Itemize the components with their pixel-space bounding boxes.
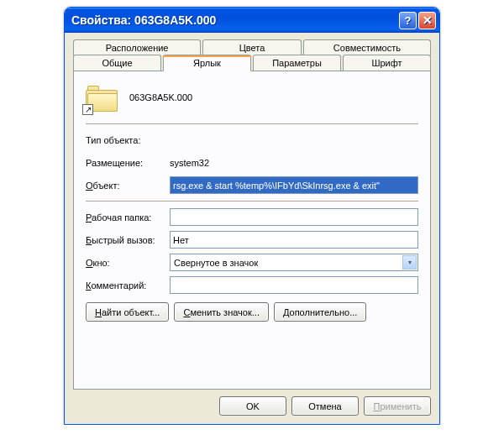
tab-location[interactable]: Расположение	[73, 39, 201, 55]
change-icon-button[interactable]: Сменить значок...	[174, 302, 269, 322]
dialog-buttons: OK Отмена Применить	[73, 396, 431, 416]
tab-panel-shortcut: ↗ 063G8A5K.000 Тип объекта: Размещение: …	[73, 71, 431, 390]
hotkey-label: Быстрый вызов:	[86, 235, 170, 245]
target-label: Объект:	[86, 181, 170, 191]
client-area: Расположение Цвета Совместимость Общие Я…	[65, 33, 439, 424]
location-value: system32	[170, 158, 209, 168]
shortcut-overlay-icon: ↗	[82, 104, 93, 115]
divider	[86, 201, 418, 202]
runmode-value: Свернутое в значок	[171, 258, 261, 268]
runmode-select[interactable]: Свернутое в значок ▾	[170, 254, 418, 271]
workdir-input[interactable]	[170, 208, 418, 226]
comment-label: Комментарий:	[86, 280, 170, 291]
tab-compat[interactable]: Совместимость	[303, 39, 431, 55]
tab-colors[interactable]: Цвета	[202, 39, 302, 55]
tab-general[interactable]: Общие	[73, 55, 161, 71]
cancel-button[interactable]: Отмена	[291, 396, 359, 416]
close-button[interactable]: ✕	[418, 12, 436, 29]
tabs-row-back: Расположение Цвета Совместимость	[73, 39, 431, 55]
window-title: Свойства: 063G8A5K.000	[71, 13, 397, 27]
tab-options[interactable]: Параметры	[253, 55, 341, 71]
location-label: Размещение:	[86, 158, 170, 168]
runmode-label: Окно:	[86, 258, 170, 268]
properties-dialog: Свойства: 063G8A5K.000 ? ✕ Расположение …	[64, 7, 440, 425]
file-name-label: 063G8A5K.000	[129, 92, 192, 102]
tab-font[interactable]: Шрифт	[343, 55, 431, 71]
divider	[86, 123, 418, 124]
apply-button[interactable]: Применить	[364, 396, 431, 416]
folder-shortcut-icon: ↗	[86, 83, 118, 112]
target-input[interactable]	[170, 176, 418, 194]
hotkey-input[interactable]	[170, 231, 418, 249]
comment-input[interactable]	[170, 276, 418, 294]
tabs-row-front: Общие Ярлык Параметры Шрифт	[73, 55, 431, 71]
tab-shortcut[interactable]: Ярлык	[163, 55, 251, 71]
type-label: Тип объекта:	[86, 135, 170, 145]
ok-button[interactable]: OK	[219, 396, 286, 416]
advanced-button[interactable]: Дополнительно...	[274, 302, 366, 322]
titlebar[interactable]: Свойства: 063G8A5K.000 ? ✕	[65, 8, 439, 33]
workdir-label: Рабочая папка:	[86, 212, 170, 222]
find-target-button[interactable]: Найти объект...	[86, 302, 169, 322]
chevron-down-icon[interactable]: ▾	[402, 255, 417, 270]
help-button[interactable]: ?	[399, 12, 417, 29]
